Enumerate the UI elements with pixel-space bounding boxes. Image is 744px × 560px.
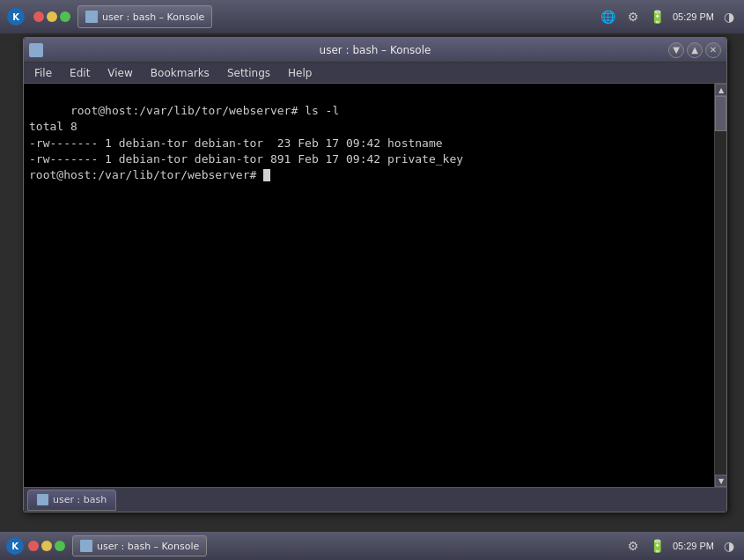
svg-text:K: K [12, 12, 20, 22]
konsole-icon-bottom [80, 540, 92, 552]
taskbar-konsole-button-top[interactable]: user : bash – Konsole [77, 5, 212, 28]
svg-text:K: K [11, 542, 19, 551]
konsole-maximize-btn[interactable]: ▲ [687, 42, 703, 58]
konsole-title-text: user : bash – Konsole [320, 44, 431, 56]
konsole-tab-bash[interactable]: user : bash [27, 490, 116, 511]
terminal-line-5: root@host:/var/lib/tor/webserver# [29, 168, 263, 181]
scrollbar-down-btn[interactable]: ▼ [715, 475, 726, 487]
menu-help[interactable]: Help [281, 65, 319, 81]
scrollbar-thumb[interactable] [715, 96, 726, 131]
taskbar-bottom: K user : bash – Konsole ⚙ 🔋 05:29 PM ◑ [0, 532, 744, 560]
konsole-tabbar: user : bash [24, 487, 726, 512]
konsole-menubar: File Edit View Bookmarks Settings Help [24, 63, 726, 84]
konsole-title-left [29, 43, 43, 57]
tools-icon-bottom[interactable]: ⚙ [623, 536, 643, 556]
kde-logo-bottom[interactable]: K [5, 536, 25, 556]
konsole-titlebar: user : bash – Konsole ▼ ▲ ✕ [24, 38, 726, 63]
taskbar-top: K user : bash – Konsole 🌐 ⚙ 🔋 05:29 PM ◑ [0, 0, 744, 33]
konsole-title-icon [29, 43, 43, 57]
taskbar-konsole-label-top: user : bash – Konsole [102, 11, 204, 23]
terminal-area[interactable]: root@host:/var/lib/tor/webserver# ls -l … [24, 84, 726, 487]
minimize-dot-bottom[interactable] [41, 541, 52, 551]
maximize-dot-bottom[interactable] [55, 541, 65, 551]
taskbar-right: 🌐 ⚙ 🔋 05:29 PM ◑ [599, 7, 739, 26]
terminal-content[interactable]: root@host:/var/lib/tor/webserver# ls -l … [24, 84, 714, 487]
scrollbar-up-btn[interactable]: ▲ [715, 84, 726, 96]
clock: 05:29 PM [673, 11, 714, 22]
terminal-scrollbar[interactable]: ▲ ▼ [714, 84, 726, 487]
konsole-close-btn[interactable]: ✕ [705, 42, 721, 58]
battery-icon-bottom: 🔋 [648, 536, 667, 556]
taskbar-konsole-button-bottom[interactable]: user : bash – Konsole [72, 535, 207, 556]
terminal-line-3: -rw------- 1 debian-tor debian-tor 23 Fe… [29, 136, 443, 150]
konsole-window: user : bash – Konsole ▼ ▲ ✕ File Edit Vi… [23, 37, 727, 512]
terminal-line-2: total 8 [29, 120, 77, 133]
menu-settings[interactable]: Settings [220, 65, 277, 81]
clock-bottom: 05:29 PM [673, 541, 714, 551]
konsole-tab-label: user : bash [53, 494, 107, 505]
theme-icon: ◑ [719, 7, 739, 26]
konsole-icon-top [85, 11, 98, 23]
traffic-lights-bottom [28, 541, 65, 551]
terminal-line-4: -rw------- 1 debian-tor debian-tor 891 F… [29, 152, 463, 166]
menu-bookmarks[interactable]: Bookmarks [144, 65, 217, 81]
kde-logo-top[interactable]: K [5, 6, 26, 27]
traffic-lights [33, 11, 70, 22]
menu-edit[interactable]: Edit [63, 65, 97, 81]
scrollbar-track[interactable] [715, 96, 726, 475]
close-dot-bottom[interactable] [28, 541, 39, 551]
battery-icon: 🔋 [648, 7, 667, 26]
tools-icon[interactable]: ⚙ [623, 7, 643, 26]
taskbar-konsole-label-bottom: user : bash – Konsole [97, 541, 199, 552]
menu-file[interactable]: File [27, 65, 59, 81]
konsole-minimize-btn[interactable]: ▼ [668, 42, 684, 58]
theme-icon-bottom: ◑ [719, 536, 739, 556]
tab-icon [37, 494, 48, 505]
maximize-dot[interactable] [60, 11, 70, 22]
taskbar-right-bottom: ⚙ 🔋 05:29 PM ◑ [623, 536, 739, 556]
terminal-cursor [263, 169, 270, 181]
minimize-dot[interactable] [47, 11, 57, 22]
network-icon[interactable]: 🌐 [599, 7, 618, 26]
close-dot[interactable] [33, 11, 44, 22]
konsole-title-buttons: ▼ ▲ ✕ [668, 42, 721, 58]
terminal-line-1: root@host:/var/lib/tor/webserver# ls -l [70, 104, 339, 117]
menu-view[interactable]: View [100, 65, 139, 81]
